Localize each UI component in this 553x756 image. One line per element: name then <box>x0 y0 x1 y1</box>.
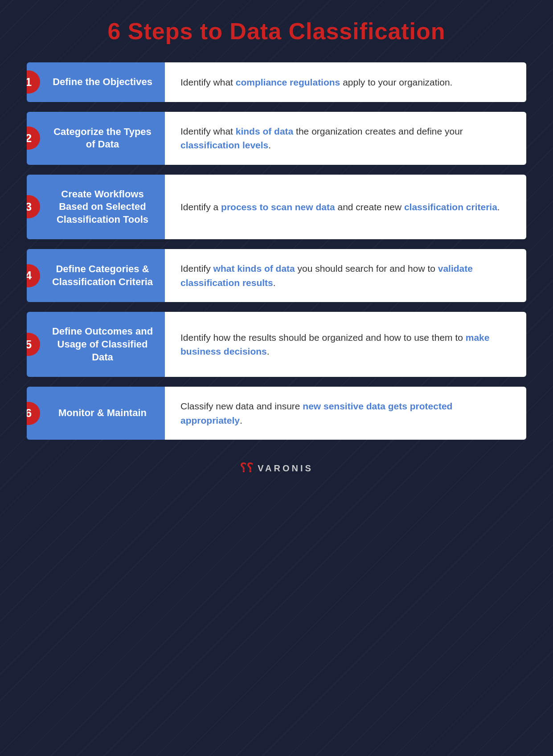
step-right-3: Identify a process to scan new data and … <box>165 175 526 240</box>
step-left-3: Create Workflows Based on Selected Class… <box>27 175 165 240</box>
step-left-4: Define Categories & Classification Crite… <box>27 249 165 302</box>
step-right-text-1: Identify what compliance regulations app… <box>180 75 452 90</box>
highlight-text: new sensitive data gets protected approp… <box>180 401 452 425</box>
varonis-brand-name: VARONIS <box>258 463 313 474</box>
step-right-text-4: Identify what kinds of data you should s… <box>180 262 511 290</box>
step-left-2: Categorize the Types of Data <box>27 112 165 165</box>
step-left-title-6: Monitor & Maintain <box>58 407 147 420</box>
step-left-title-3: Create Workflows Based on Selected Class… <box>49 188 156 226</box>
step-row-1: 1Define the ObjectivesIdentify what comp… <box>27 62 526 102</box>
page-title: 6 Steps to Data Classification <box>107 18 445 45</box>
step-right-2: Identify what kinds of data the organiza… <box>165 112 526 165</box>
highlight-text: classification criteria <box>404 202 497 212</box>
highlight-text: compliance regulations <box>236 77 340 87</box>
step-left-title-2: Categorize the Types of Data <box>49 126 156 151</box>
step-left-title-5: Define Outcomes and Usage of Classified … <box>49 325 156 364</box>
step-left-6: Monitor & Maintain <box>27 387 165 440</box>
step-row-2: 2Categorize the Types of DataIdentify wh… <box>27 112 526 165</box>
step-right-1: Identify what compliance regulations app… <box>165 62 526 102</box>
step-right-5: Identify how the results should be organ… <box>165 312 526 377</box>
varonis-logo: ⸮⸮ VARONIS <box>240 462 313 474</box>
step-right-text-2: Identify what kinds of data the organiza… <box>180 124 511 152</box>
highlight-text: what kinds of data <box>213 263 295 274</box>
step-left-title-1: Define the Objectives <box>53 76 152 89</box>
step-left-5: Define Outcomes and Usage of Classified … <box>27 312 165 377</box>
step-right-text-6: Classify new data and insure new sensiti… <box>180 399 511 427</box>
steps-container: 1Define the ObjectivesIdentify what comp… <box>27 62 526 440</box>
highlight-text: process to scan new data <box>221 202 335 212</box>
step-right-6: Classify new data and insure new sensiti… <box>165 387 526 440</box>
step-row-5: 5Define Outcomes and Usage of Classified… <box>27 312 526 377</box>
step-row-6: 6Monitor & MaintainClassify new data and… <box>27 387 526 440</box>
varonis-chevrons-icon: ⸮⸮ <box>240 462 253 474</box>
step-left-title-4: Define Categories & Classification Crite… <box>49 263 156 288</box>
step-row-4: 4Define Categories & Classification Crit… <box>27 249 526 302</box>
highlight-text: classification levels <box>180 140 268 150</box>
step-right-text-5: Identify how the results should be organ… <box>180 331 511 359</box>
highlight-text: make business decisions <box>180 332 489 357</box>
step-right-4: Identify what kinds of data you should s… <box>165 249 526 302</box>
step-row-3: 3Create Workflows Based on Selected Clas… <box>27 175 526 240</box>
step-left-1: Define the Objectives <box>27 62 165 102</box>
step-right-text-3: Identify a process to scan new data and … <box>180 200 500 214</box>
footer: ⸮⸮ VARONIS <box>240 462 313 474</box>
highlight-text: kinds of data <box>236 126 294 136</box>
